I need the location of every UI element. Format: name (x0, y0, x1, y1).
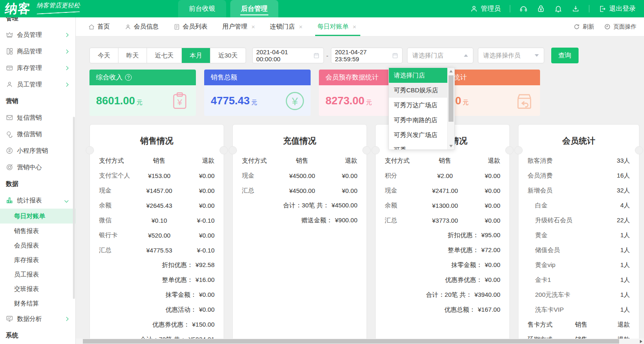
date-to-input[interactable]: 2021-04-27 23:59:59 (331, 48, 403, 63)
sidebar-subitem[interactable]: 财务结算 (0, 296, 75, 310)
panel-member-stats: 会员统计 散客消费33人会员消费16人新增会员32人白金4人升级砖石会员22人黄… (518, 124, 639, 344)
store-dropdown-option[interactable]: 请选择门店 (389, 68, 447, 83)
tab-chain-stores[interactable]: 连锁门店 × (270, 17, 303, 36)
close-icon[interactable]: × (251, 23, 255, 30)
table-row: 银行卡¥520.00¥0.00 (99, 228, 215, 243)
tab-member-list[interactable]: 会员列表 (174, 17, 207, 36)
scroll-thumb[interactable] (449, 75, 453, 122)
scroll-thumb[interactable] (83, 339, 619, 344)
sidebar-item-member-manage[interactable]: 会员管理 (0, 26, 75, 43)
sidebar-subitem[interactable]: 员工报表 (0, 267, 75, 281)
summary-row: 整单优惠：¥16.00 (99, 272, 215, 287)
store-dropdown-option[interactable]: 可秀中南路的店 (389, 113, 447, 127)
quick-range-button[interactable]: 近七天 (147, 48, 182, 63)
store-dropdown-option[interactable]: 可秀CBD娱乐店 (389, 83, 447, 98)
chevron-down-icon (65, 198, 69, 202)
lock-icon[interactable] (537, 5, 545, 13)
brand-logo: 纳客 (4, 0, 31, 17)
stat-row: 洗车卡VIP1人 (519, 302, 639, 317)
sidebar-item-statistic-reports[interactable]: 统计报表 (0, 192, 75, 209)
sidebar-item-miniprogram-marketing[interactable]: 小程序营销 (0, 142, 75, 159)
refresh-button[interactable]: 刷新 (574, 23, 594, 31)
user-menu[interactable]: 管理员 (470, 5, 501, 13)
logout-icon (598, 5, 606, 13)
dropdown-scrollbar[interactable] (447, 68, 454, 149)
svg-text:¥: ¥ (177, 97, 182, 107)
logout-button[interactable]: 退出登录 (598, 5, 636, 13)
scroll-up-icon[interactable] (449, 70, 453, 72)
sidebar-item-marketing-center[interactable]: 营销中心 (0, 159, 75, 176)
tab-member-info[interactable]: 会员信息 (125, 17, 159, 36)
table-row: 微信¥0.10¥-0.10 (99, 213, 215, 228)
table-row: 现金¥4500.00¥0.00 (242, 168, 357, 183)
stat-row: 储值会员1人 (519, 243, 639, 257)
close-icon[interactable]: × (299, 23, 303, 30)
circle-yen-icon: ¥ (284, 90, 305, 111)
sidebar-subitem[interactable]: 每日对账单 (0, 209, 75, 224)
clipboard-yen-icon: ¥ (169, 90, 190, 111)
sidebar-subitem[interactable]: 销售报表 (0, 224, 75, 238)
filter-bar: 今天昨天近七天本月近30天 2021-04-01 00:00:00 - 2021… (89, 48, 639, 63)
sidebar-item-staff-manage[interactable]: 员工管理 (0, 76, 75, 93)
panel-count-consume: 计次消费情况 支付方式销售退款 积分¥2.00¥0.00现金¥2471.00¥0… (375, 124, 510, 344)
sidebar-item-stock-manage[interactable]: 库存管理 (0, 60, 75, 76)
page-actions-button[interactable]: 页面操作 (604, 23, 637, 31)
support-headset-icon[interactable] (519, 5, 528, 13)
quick-range-button[interactable]: 昨天 (118, 48, 147, 63)
nav-tab-front-cashier[interactable]: 前台收银 (178, 0, 226, 17)
close-icon[interactable]: × (353, 23, 357, 30)
sidebar-section-marketing: 营销 (0, 93, 75, 109)
divider (510, 5, 510, 12)
person-icon (6, 81, 13, 88)
table-row: 汇总¥4775.53¥-0.10 (99, 243, 215, 257)
summary-row: 赠送金额：¥900.00 (242, 213, 357, 228)
target-icon (6, 164, 13, 171)
sidebar-item-goods-manage[interactable]: 商品管理 (0, 43, 75, 60)
crown-icon (6, 31, 13, 38)
sidebar-subitem[interactable]: 会员报表 (0, 238, 75, 253)
sidebar-scrollbar[interactable] (73, 117, 75, 299)
quick-range-button[interactable]: 本月 (182, 48, 210, 63)
main-content: 今天昨天近七天本月近30天 2021-04-01 00:00:00 - 2021… (76, 36, 644, 344)
miniprogram-icon (6, 147, 13, 154)
store-dropdown-option[interactable]: 可秀 (389, 142, 447, 150)
operator-select[interactable]: 请选择操作员 (478, 48, 544, 63)
scroll-down-icon[interactable] (449, 145, 453, 147)
search-button[interactable]: 查询 (551, 48, 579, 63)
wechat-icon (6, 130, 13, 138)
table-row: 汇总¥3773.00¥0.00 (385, 213, 500, 228)
panel-sales: 销售情况 支付方式销售退款 支付宝个人¥153.00¥0.00现金¥1457.0… (89, 124, 224, 344)
tab-home[interactable]: 首页 (88, 17, 110, 36)
horizontal-scrollbar[interactable] (76, 339, 644, 344)
store-dropdown-option[interactable]: 可秀万达广场店 (389, 98, 447, 113)
bell-icon[interactable] (554, 5, 562, 13)
table-row: 现金¥2471.00¥0.00 (385, 183, 500, 198)
sidebar-subitem[interactable]: 库存报表 (0, 253, 75, 267)
sidebar-item-data-analysis[interactable]: 数据分析 (0, 310, 75, 327)
chevron-right-icon (65, 33, 69, 37)
quick-range-button[interactable]: 今天 (90, 48, 118, 63)
sidebar-item-wechat-marketing[interactable]: 微信营销 (0, 126, 75, 142)
top-header: 纳客 纳客管店更轻松 前台收银 后台管理 管理员 退出登录 (0, 0, 644, 17)
table-row: 积分¥2.00¥0.00 (385, 168, 500, 183)
summary-row: 优惠券优惠：¥150.00 (99, 317, 215, 332)
page-actions-icon (604, 24, 610, 30)
sidebar-section-system: 系统 (0, 327, 75, 344)
quick-range-button[interactable]: 近30天 (210, 48, 246, 63)
sidebar-item-sms-marketing[interactable]: 短信营销 (0, 109, 75, 126)
sidebar-subitem[interactable]: 交班报表 (0, 281, 75, 296)
scroll-right-icon[interactable] (640, 340, 642, 343)
user-name: 管理员 (481, 5, 501, 13)
help-icon[interactable]: ? (125, 74, 132, 81)
store-select[interactable]: 请选择门店 (407, 48, 473, 63)
store-dropdown-option[interactable]: 可秀兴发广场店 (389, 127, 447, 142)
table-row: 支付宝个人¥153.00¥0.00 (99, 168, 215, 183)
download-icon[interactable] (572, 5, 580, 13)
card-sales-total: 销售总额 4775.43元 ¥ (204, 70, 311, 116)
tab-user-manage[interactable]: 用户管理 × (222, 17, 255, 36)
summary-row: 折扣优惠：¥92.58 (99, 257, 215, 272)
summary-row: 优惠券优惠：¥0.00 (385, 272, 500, 287)
tab-daily-statement[interactable]: 每日对账单 × (318, 17, 357, 36)
nav-tab-back-office[interactable]: 后台管理 (230, 0, 278, 17)
date-from-input[interactable]: 2021-04-01 00:00:00 (252, 48, 324, 63)
